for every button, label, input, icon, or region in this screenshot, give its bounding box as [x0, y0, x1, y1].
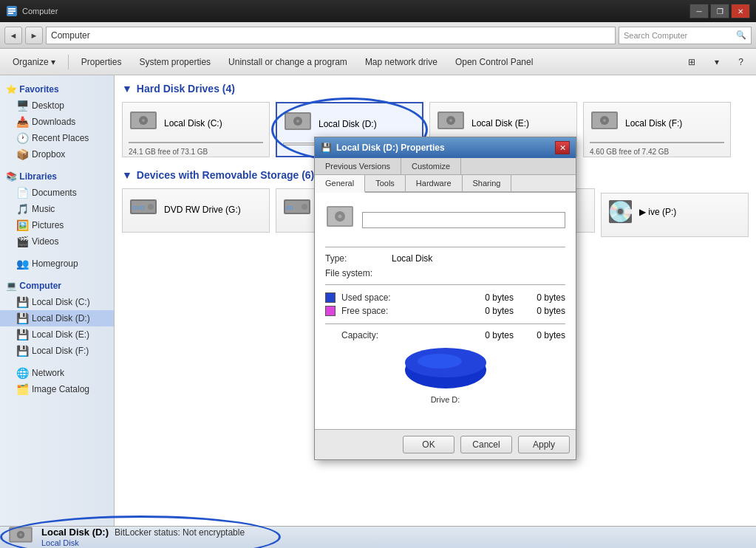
sidebar-item-f[interactable]: 💾 Local Disk (F:): [0, 343, 114, 359]
hard-disk-header: ▼ Hard Disk Drives (4): [122, 83, 749, 95]
sidebar-item-dropbox[interactable]: 📦 Dropbox: [0, 146, 114, 162]
drive-f[interactable]: Local Disk (F:) 4.60 GB free of 7.42 GB: [583, 102, 731, 157]
free-space-label: Free space:: [341, 306, 462, 316]
libraries-header[interactable]: 📚 Libraries: [0, 168, 114, 185]
tab-sharing[interactable]: Sharing: [463, 175, 512, 191]
drive-name-input[interactable]: [362, 212, 565, 228]
drive-c-icon: [129, 109, 158, 137]
sidebar-item-network[interactable]: 🌐 Network: [0, 365, 114, 381]
address-field[interactable]: Computer: [46, 27, 616, 44]
drive-c[interactable]: Local Disk (C:) 24.1 GB free of 73.1 GB: [122, 102, 270, 157]
computer-section: 💻 Computer 💾 Local Disk (C:) 💾 Local Dis…: [0, 278, 114, 359]
dialog-title-area: 💾 Local Disk (D:) Properties: [321, 143, 445, 153]
search-placeholder: Search Computer: [624, 31, 687, 40]
svg-text:BD: BD: [286, 205, 293, 210]
svg-rect-2: [8, 10, 16, 12]
tab-previous-versions[interactable]: Previous Versions: [315, 158, 401, 174]
free-space-color: [325, 306, 336, 316]
ok-button[interactable]: OK: [403, 436, 454, 453]
network-icon: 🌐: [16, 367, 28, 379]
sidebar-item-homegroup[interactable]: 👥 Homegroup: [0, 256, 114, 272]
drive-c-bar-container: [129, 142, 263, 143]
titlebar-controls: ─ ❐ ✕: [689, 4, 750, 18]
used-space-row: Used space: 0 bytes 0 bytes: [325, 292, 565, 303]
properties-button[interactable]: Properties: [73, 52, 130, 72]
forward-button[interactable]: ►: [25, 27, 43, 44]
statusbar-disk-icon: [7, 524, 34, 548]
svg-point-31: [19, 533, 22, 536]
toolbar-right: ⊞ ▾ ?: [680, 52, 752, 72]
view-dropdown-button[interactable]: ▾: [706, 52, 727, 72]
dialog-title-text: Local Disk (D:) Properties: [336, 143, 445, 153]
free-space-row: Free space: 0 bytes 0 bytes: [325, 306, 565, 316]
sidebar-item-videos[interactable]: 🎬 Videos: [0, 233, 114, 250]
music-icon: 🎵: [16, 203, 28, 215]
svg-rect-3: [8, 13, 13, 14]
back-button[interactable]: ◄: [4, 27, 22, 44]
close-button[interactable]: ✕: [731, 4, 750, 18]
sidebar-item-e[interactable]: 💾 Local Disk (E:): [0, 326, 114, 343]
help-button[interactable]: ?: [730, 52, 752, 72]
svg-point-15: [449, 119, 452, 122]
bdrom-drive-icon: BD: [282, 195, 312, 224]
drive-c-top: Local Disk (C:): [129, 109, 263, 137]
statusbar-drive-type: Local Disk: [41, 538, 79, 547]
map-network-button[interactable]: Map network drive: [357, 52, 446, 72]
removable-arrow-icon: ▼: [122, 169, 132, 181]
sidebar-item-c[interactable]: 💾 Local Disk (C:): [0, 294, 114, 310]
sidebar-item-desktop[interactable]: 🖥️ Desktop: [0, 97, 114, 114]
tab-customize[interactable]: Customize: [401, 158, 461, 174]
drive-p-top: 💽 ▶ ive (P:): [607, 199, 742, 224]
drive-g[interactable]: DVD DVD RW Drive (G:): [122, 188, 270, 233]
computer-header[interactable]: 💻 Computer: [0, 278, 114, 294]
drive-f-info: 4.60 GB free of 7.42 GB: [590, 148, 724, 156]
divider-2: [325, 284, 565, 285]
used-bytes-2: 0 bytes: [514, 292, 565, 303]
organize-button[interactable]: Organize ▾: [4, 52, 64, 72]
dialog-close-button[interactable]: ✕: [555, 141, 570, 154]
disk-e-icon: 💾: [16, 329, 28, 340]
homegroup-icon: 👥: [16, 258, 28, 270]
svg-point-35: [338, 215, 342, 219]
disk-f-icon: 💾: [16, 345, 28, 357]
sidebar-item-pictures[interactable]: 🖼️ Pictures: [0, 217, 114, 233]
pie-chart: [401, 348, 490, 392]
view-toggle-button[interactable]: ⊞: [680, 52, 704, 72]
system-properties-button[interactable]: System properties: [131, 52, 219, 72]
sidebar-item-downloads[interactable]: 📥 Downloads: [0, 114, 114, 130]
uninstall-button[interactable]: Uninstall or change a program: [220, 52, 355, 72]
sidebar-item-image-catalog[interactable]: 🗂️ Image Catalog: [0, 381, 114, 397]
capacity-label: Capacity:: [341, 330, 462, 340]
favorites-header[interactable]: ⭐ Favorites: [0, 81, 114, 97]
dropbox-icon: 📦: [16, 148, 28, 160]
sidebar-item-documents[interactable]: 📄 Documents: [0, 185, 114, 201]
apply-button[interactable]: Apply: [518, 436, 570, 453]
dialog-content: Type: Local Disk File system: Used space…: [315, 193, 576, 429]
sidebar-item-recent[interactable]: 🕐 Recent Places: [0, 130, 114, 146]
restore-button[interactable]: ❐: [710, 4, 729, 18]
tab-tools[interactable]: Tools: [365, 175, 406, 191]
sidebar-item-d[interactable]: 💾 Local Disk (D:): [0, 310, 114, 326]
toolbar: Organize ▾ Properties System properties …: [0, 49, 756, 75]
cancel-button[interactable]: Cancel: [460, 436, 512, 453]
dropdown-arrow-icon: ▾: [51, 57, 55, 67]
svg-point-11: [296, 120, 299, 123]
free-bytes-2: 0 bytes: [514, 306, 565, 316]
drive-f-icon: [590, 109, 619, 137]
drive-g-name: DVD RW Drive (G:): [164, 205, 241, 215]
drive-f-bar-container: [590, 142, 724, 143]
open-control-button[interactable]: Open Control Panel: [447, 52, 541, 72]
search-box[interactable]: Search Computer 🔍: [619, 27, 752, 44]
space-section: Used space: 0 bytes 0 bytes Free space: …: [325, 292, 565, 316]
drive-p[interactable]: 💽 ▶ ive (P:): [601, 193, 749, 237]
tab-hardware[interactable]: Hardware: [406, 175, 463, 191]
sidebar-item-music[interactable]: 🎵 Music: [0, 201, 114, 217]
dialog-tabs-row1: Previous Versions Customize: [315, 158, 576, 175]
sidebar: ⭐ Favorites 🖥️ Desktop 📥 Downloads 🕐 Rec…: [0, 75, 115, 526]
minimize-button[interactable]: ─: [689, 4, 709, 18]
documents-icon: 📄: [16, 187, 28, 199]
tab-general[interactable]: General: [315, 175, 365, 193]
type-row: Type: Local Disk: [325, 253, 565, 264]
statusbar-bitlocker: BitLocker status: Not encryptable: [115, 527, 245, 538]
svg-point-19: [603, 119, 606, 122]
